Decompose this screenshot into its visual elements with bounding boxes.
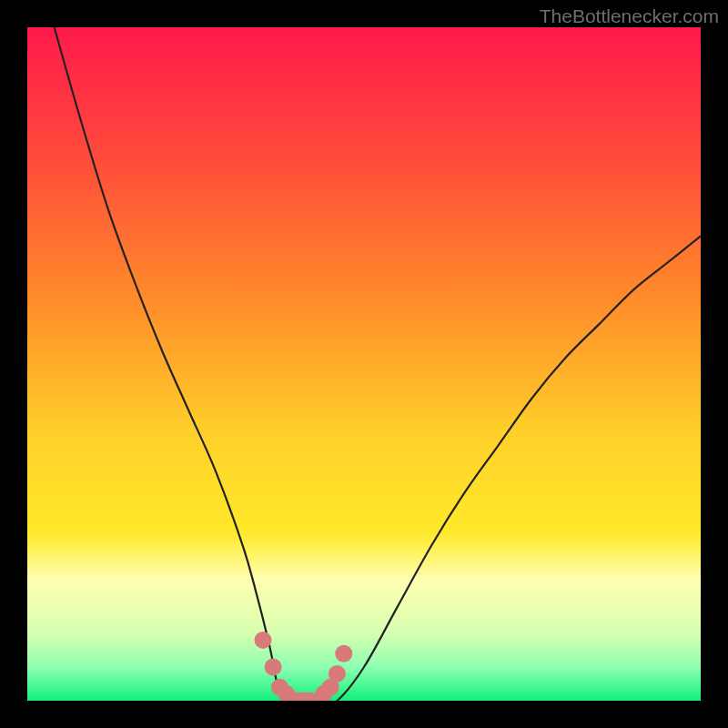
marker-point [329, 665, 346, 682]
plot-wrapper [27, 27, 701, 701]
gradient-background [27, 27, 701, 701]
marker-point [265, 659, 282, 676]
watermark-text: TheBottlenecker.com [540, 5, 719, 27]
chart-frame: TheBottlenecker.com [0, 0, 728, 728]
marker-point [255, 632, 272, 649]
marker-point [335, 645, 352, 662]
chart-svg [27, 27, 701, 701]
